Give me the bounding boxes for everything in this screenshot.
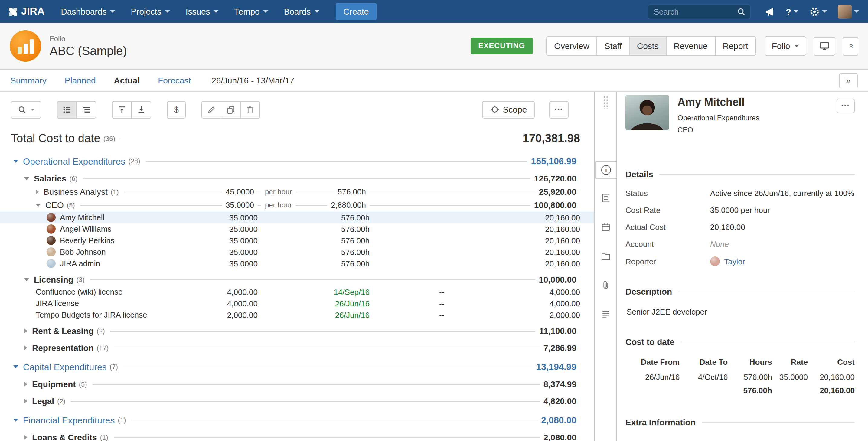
collapse-row-icon[interactable] bbox=[24, 177, 29, 180]
calendar-tab[interactable] bbox=[600, 221, 611, 232]
header-actions: EXECUTING OverviewStaffCostsRevenueRepor… bbox=[470, 36, 858, 56]
collapse-all-button[interactable] bbox=[112, 101, 132, 118]
tab-overview[interactable]: Overview bbox=[546, 36, 597, 56]
collapse-row-icon[interactable] bbox=[13, 418, 18, 421]
attachments-tab[interactable] bbox=[600, 280, 611, 290]
cost-row-salaries[interactable]: Salaries(6)126,720.00 bbox=[0, 172, 594, 185]
row-label-wrap: Legal(2) bbox=[0, 395, 71, 408]
cost-row-tempo-budgets-for-jira-license[interactable]: Tempo Budgets for JIRA license2,000.0026… bbox=[0, 309, 594, 321]
collapse-row-icon[interactable] bbox=[36, 203, 40, 207]
nav-menu-boards[interactable]: Boards bbox=[276, 0, 327, 23]
cost-row-amy-mitchell[interactable]: Amy Mitchell35.0000576.00h20,160.00 bbox=[0, 212, 594, 223]
col-cost: 126,720.00 bbox=[530, 174, 580, 183]
cost-row-representation[interactable]: Representation(17)7,286.99 bbox=[0, 341, 594, 354]
cost-row-jira-admin[interactable]: JIRA admin35.0000576.00h20,160.00 bbox=[0, 258, 594, 269]
detail-value[interactable]: Taylor bbox=[710, 256, 745, 266]
expand-row-icon[interactable] bbox=[24, 435, 27, 440]
row-label-wrap: Equipment(5) bbox=[0, 377, 93, 391]
subnav-forecast[interactable]: Forecast bbox=[158, 75, 191, 85]
cost-row-legal[interactable]: Legal(2)4,820.00 bbox=[0, 395, 594, 408]
document-tab[interactable] bbox=[600, 192, 611, 203]
settings-menu[interactable] bbox=[804, 0, 832, 23]
nav-menu-projects[interactable]: Projects bbox=[123, 0, 178, 23]
flat-view-button[interactable] bbox=[76, 101, 96, 118]
drag-handle-icon[interactable] bbox=[603, 96, 608, 109]
tab-staff[interactable]: Staff bbox=[597, 36, 630, 56]
col-rate: 35.0000 bbox=[229, 259, 258, 268]
notes-tab[interactable] bbox=[600, 309, 611, 319]
nav-menu-label: Dashboards bbox=[61, 7, 106, 16]
cost-row-beverly-perkins[interactable]: Beverly Perkins35.0000576.00h20,160.00 bbox=[0, 235, 594, 246]
subnav-summary[interactable]: Summary bbox=[10, 75, 46, 85]
grouped-view-button[interactable] bbox=[57, 101, 77, 118]
folder-tab[interactable] bbox=[600, 250, 611, 261]
delete-button[interactable] bbox=[240, 101, 260, 118]
cost-row-operational-expenditures[interactable]: Operational Expenditures(28)155,106.99 bbox=[0, 154, 594, 168]
nav-menu-tempo[interactable]: Tempo bbox=[226, 0, 276, 23]
row-count: (5) bbox=[79, 380, 87, 388]
cost-row-capital-expenditures[interactable]: Capital Expenditures(7)13,194.99 bbox=[0, 359, 594, 374]
nav-menu-label: Tempo bbox=[235, 7, 260, 16]
folio-menu-button[interactable]: Folio bbox=[765, 36, 807, 56]
subnav-planned[interactable]: Planned bbox=[65, 75, 96, 85]
copy-button[interactable] bbox=[221, 101, 241, 118]
expand-row-icon[interactable] bbox=[24, 399, 27, 404]
panel-icon-strip: i bbox=[595, 92, 617, 441]
nav-menu-group: DashboardsProjectsIssuesTempoBoards bbox=[53, 0, 327, 23]
tab-report[interactable]: Report bbox=[715, 36, 756, 56]
row-count: (1) bbox=[100, 434, 108, 441]
expand-row-icon[interactable] bbox=[24, 328, 27, 333]
detail-label: Actual Cost bbox=[625, 223, 710, 232]
col-rate: 2,000.00 bbox=[227, 310, 258, 319]
expand-all-button[interactable] bbox=[131, 101, 151, 118]
row-label-wrap: Tempo Budgets for JIRA license bbox=[0, 309, 153, 321]
cost-row-bob-johnson[interactable]: Bob Johnson35.0000576.00h20,160.00 bbox=[0, 246, 594, 258]
person-group: Operational Expenditures bbox=[678, 114, 760, 122]
cost-row-jira-license[interactable]: JIRA license4,000.0026/Jun/16--4,000.00 bbox=[0, 297, 594, 309]
cost-row-confluence-wiki-license[interactable]: Confluence (wiki) license4,000.0014/Sep/… bbox=[0, 286, 594, 297]
cost-row-rent-leasing[interactable]: Rent & Leasing(2)11,100.00 bbox=[0, 324, 594, 338]
chevron-down-icon bbox=[314, 10, 319, 13]
collapse-row-icon[interactable] bbox=[13, 365, 18, 368]
create-button[interactable]: Create bbox=[335, 3, 376, 20]
collapse-row-icon[interactable] bbox=[13, 159, 18, 162]
more-icon: ••• bbox=[555, 106, 563, 113]
user-menu[interactable] bbox=[832, 0, 859, 23]
col-dash: -- bbox=[439, 287, 444, 296]
date-range[interactable]: 26/Jun/16 - 13/Mar/17 bbox=[211, 75, 294, 85]
cost-row-licensing[interactable]: Licensing(3)10,000.00 bbox=[0, 273, 594, 286]
nav-menu-issues[interactable]: Issues bbox=[178, 0, 226, 23]
expand-row-icon[interactable] bbox=[36, 189, 39, 194]
announcement-button[interactable] bbox=[759, 0, 780, 23]
edit-button[interactable] bbox=[202, 101, 221, 118]
chevron-down-icon bbox=[794, 45, 799, 47]
tab-costs[interactable]: Costs bbox=[629, 36, 666, 56]
cost-row-business-analyst[interactable]: Business Analyst(1)45.0000per hour576.00… bbox=[0, 185, 594, 198]
cost-row-angel-williams[interactable]: Angel Williams35.0000576.00h20,160.00 bbox=[0, 223, 594, 235]
collapse-header-button[interactable]: » bbox=[843, 37, 858, 55]
cost-to-date-header: Hours bbox=[728, 356, 772, 372]
more-options-button[interactable]: ••• bbox=[549, 101, 568, 118]
nav-menu-dashboards[interactable]: Dashboards bbox=[53, 0, 123, 23]
scope-button[interactable]: Scope bbox=[483, 101, 535, 118]
person-more-button[interactable]: ••• bbox=[837, 99, 855, 113]
cost-row-loans-credits[interactable]: Loans & Credits(1)2,080.00 bbox=[0, 431, 594, 441]
currency-button[interactable]: $ bbox=[167, 101, 186, 118]
tab-revenue[interactable]: Revenue bbox=[666, 36, 716, 56]
cost-row-financial-expenditures[interactable]: Financial Expenditures(1)2,080.00 bbox=[0, 413, 594, 427]
col-rate: 35.0000 bbox=[229, 213, 258, 222]
cost-row-equipment[interactable]: Equipment(5)8,374.99 bbox=[0, 377, 594, 391]
collapse-row-icon[interactable] bbox=[24, 278, 29, 281]
info-tab[interactable]: i bbox=[595, 161, 617, 179]
subnav-actual[interactable]: Actual bbox=[114, 75, 140, 85]
expand-row-icon[interactable] bbox=[24, 382, 27, 386]
expand-row-icon[interactable] bbox=[24, 345, 27, 350]
presentation-mode-button[interactable] bbox=[813, 37, 835, 55]
jira-logo[interactable]: JIRA bbox=[8, 5, 44, 18]
row-count: (1) bbox=[111, 188, 119, 195]
table-search-button[interactable] bbox=[11, 101, 41, 118]
help-menu[interactable]: ? bbox=[780, 0, 804, 23]
cost-row-ceo[interactable]: CEO(5)35.0000per hour2,880.00h100,800.00 bbox=[0, 198, 594, 212]
search-input[interactable] bbox=[653, 6, 737, 17]
expand-panel-button[interactable]: » bbox=[839, 73, 858, 88]
